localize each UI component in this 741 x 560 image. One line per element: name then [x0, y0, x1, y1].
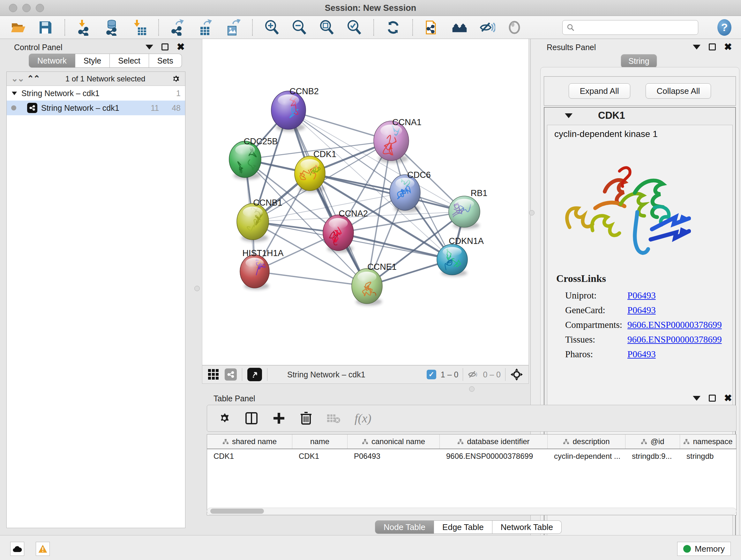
import-network-icon[interactable] — [76, 19, 92, 36]
network-canvas[interactable]: CCNB2CCNA1CDC25BCDK1CDC6RB1CCNB1CCNA2CDK… — [202, 39, 529, 365]
scrollbar-thumb[interactable] — [210, 509, 264, 514]
fit-crosshair-icon[interactable] — [510, 368, 523, 381]
graph-node-RB1[interactable]: RB1 — [449, 188, 487, 229]
crosslink-link[interactable]: P06493 — [627, 305, 656, 315]
hidden-eye-slash-icon[interactable] — [468, 370, 478, 379]
network-collection-row[interactable]: String Network – cdk1 1 — [7, 86, 185, 101]
table-row[interactable]: CDK1CDK1P064939606.ENSP00000378699cyclin… — [207, 449, 736, 463]
bottom-splitter-handle[interactable] — [469, 386, 475, 392]
graph-edge-CCNB2-CCNE1[interactable] — [288, 110, 367, 286]
add-column-icon[interactable] — [272, 412, 286, 425]
column-type-icon — [457, 439, 464, 444]
cloud-status-button[interactable] — [10, 542, 24, 556]
memory-button[interactable]: Memory — [677, 542, 731, 556]
float-panel-icon[interactable] — [709, 395, 716, 401]
toolbar-search[interactable] — [562, 20, 698, 35]
network-view-toolbar: String Network – cdk1 ✓ 1 – 0 0 – 0 — [202, 365, 529, 384]
column-header-name[interactable]: name — [292, 435, 347, 449]
crosslink-link[interactable]: 9606.ENSP00000378699 — [627, 334, 722, 345]
hide-unhide-icon[interactable] — [479, 19, 495, 36]
graph-node-CCNA1[interactable]: CCNA1 — [374, 118, 421, 163]
table-cell[interactable]: CDK1 — [207, 449, 292, 463]
expand-all-networks-icon[interactable]: ⌃⌃ — [27, 74, 40, 84]
tab-node-table[interactable]: Node Table — [375, 520, 434, 534]
tab-select[interactable]: Select — [110, 54, 149, 68]
column-header-canonical-name[interactable]: canonical name — [347, 435, 440, 449]
graph-edge-HIST1H1A-CCNE1[interactable] — [255, 271, 367, 286]
show-columns-icon[interactable] — [245, 412, 258, 425]
table-options-gear-icon[interactable] — [218, 412, 231, 425]
birds-eye-view-icon[interactable] — [207, 368, 219, 381]
graph-node-CDKN1A[interactable]: CDKN1A — [437, 236, 484, 276]
table-cell[interactable]: stringdb:9... — [625, 449, 680, 463]
float-panel-icon[interactable] — [161, 44, 169, 51]
network-share-icon[interactable] — [225, 368, 237, 381]
column-header-database-identifier[interactable]: database identifier — [440, 435, 548, 449]
zoom-selected-icon[interactable] — [346, 19, 362, 36]
panel-menu-icon[interactable] — [145, 45, 153, 50]
export-network-icon[interactable] — [170, 19, 186, 36]
collapse-all-button[interactable]: Collapse All — [646, 83, 711, 99]
tab-sets[interactable]: Sets — [149, 54, 182, 68]
expand-all-button[interactable]: Expand All — [569, 83, 630, 99]
tab-string[interactable]: String — [621, 54, 657, 68]
column-header--id[interactable]: @id — [625, 435, 680, 449]
crosslink-link[interactable]: 9606.ENSP00000378699 — [627, 320, 722, 330]
panel-menu-icon[interactable] — [693, 45, 700, 50]
column-header-description[interactable]: description — [548, 435, 625, 449]
graph-node-CCNB2[interactable]: CCNB2 — [271, 86, 319, 132]
zoom-in-icon[interactable] — [264, 19, 280, 36]
zoom-fit-icon[interactable] — [319, 19, 335, 36]
column-header-shared-name[interactable]: shared name — [207, 435, 292, 449]
delete-table-icon[interactable] — [327, 413, 340, 424]
close-panel-icon[interactable]: ✖ — [724, 44, 732, 51]
crosslink-link[interactable]: P06493 — [627, 349, 656, 360]
graph-node-HIST1H1A[interactable]: HIST1H1A — [240, 248, 284, 290]
table-cell[interactable]: CDK1 — [292, 449, 347, 463]
close-panel-icon[interactable]: ✖ — [177, 44, 185, 51]
tab-network[interactable]: Network — [29, 54, 75, 68]
left-splitter-handle[interactable] — [194, 286, 200, 291]
graph-edge-CCNA2-CDKN1A[interactable] — [338, 233, 452, 260]
share-document-icon[interactable] — [424, 19, 441, 36]
open-in-window-icon[interactable] — [247, 368, 262, 381]
table-cell[interactable]: P06493 — [347, 449, 440, 463]
export-table-icon[interactable] — [197, 19, 214, 36]
function-builder-icon[interactable]: f(x) — [354, 411, 372, 425]
column-header-namespace[interactable]: namespace — [680, 435, 736, 449]
close-panel-icon[interactable]: ✖ — [724, 395, 732, 401]
network-options-gear-icon[interactable] — [171, 74, 181, 84]
table-cell[interactable]: stringdb — [680, 449, 736, 463]
refresh-icon[interactable] — [385, 19, 401, 36]
open-session-icon[interactable] — [10, 19, 26, 36]
protein-section-header[interactable]: CDK1 — [544, 108, 735, 124]
tab-network-table[interactable]: Network Table — [492, 520, 562, 534]
export-image-icon[interactable] — [225, 19, 241, 36]
collapse-all-networks-icon[interactable]: ⌄⌄ — [11, 74, 24, 84]
tab-edge-table[interactable]: Edge Table — [434, 520, 492, 534]
import-table-icon[interactable] — [131, 19, 147, 36]
preview-icon[interactable] — [506, 19, 523, 36]
search-input[interactable] — [577, 23, 694, 32]
tab-style[interactable]: Style — [75, 54, 110, 68]
panel-menu-icon[interactable] — [693, 396, 700, 401]
string-home-icon[interactable] — [451, 19, 468, 36]
float-panel-icon[interactable] — [709, 44, 716, 51]
graph-node-CDC25B[interactable]: CDC25B — [229, 137, 278, 180]
warnings-button[interactable] — [36, 542, 50, 556]
crosslink-link[interactable]: P06493 — [627, 290, 656, 301]
import-network-from-database-icon[interactable] — [104, 19, 120, 36]
selected-checkbox-icon[interactable]: ✓ — [427, 370, 436, 379]
section-collapse-icon[interactable] — [565, 113, 572, 118]
save-session-icon[interactable] — [37, 19, 54, 36]
table-cell[interactable]: cyclin-dependent ... — [548, 449, 625, 463]
collection-expand-icon[interactable] — [11, 91, 17, 96]
table-cell[interactable]: 9606.ENSP00000378699 — [440, 449, 548, 463]
help-icon[interactable]: ? — [718, 19, 731, 36]
table-horizontal-scrollbar[interactable] — [207, 508, 737, 515]
network-row-selected[interactable]: String Network – cdk1 11 48 — [7, 101, 185, 115]
delete-column-icon[interactable] — [300, 411, 313, 425]
zoom-out-icon[interactable] — [291, 19, 308, 36]
right-splitter-handle[interactable] — [529, 210, 535, 215]
network-graph[interactable]: CCNB2CCNA1CDC25BCDK1CDC6RB1CCNB1CCNA2CDK… — [202, 39, 529, 365]
